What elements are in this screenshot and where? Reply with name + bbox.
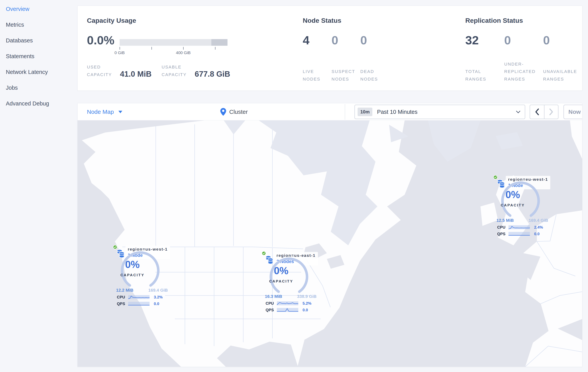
region-label: region=us-east-1	[276, 253, 315, 258]
sidebar-item[interactable]: Jobs	[0, 80, 77, 96]
sidebar-nav: Overview Metrics Databases Statements Ne…	[0, 1, 77, 111]
stat-value: 41.0 MiB	[120, 70, 151, 78]
time-prev-button[interactable]	[530, 105, 544, 119]
capacity-stats: USED CAPACITY 41.0 MiB USABLE CAPACITY 6…	[87, 64, 230, 78]
node-used-capacity: 16.3 MiB	[265, 294, 282, 299]
sidebar-item-label: Statements	[6, 53, 34, 60]
main-content: Capacity Usage 0.0% 0 GiB 400 GiB	[77, 0, 582, 372]
region-node-marker[interactable]: region=us-west-1 1 Node 0% CAPACITY 12.2…	[113, 244, 173, 309]
node-map-panel: Node Map Cluster 10m Past 10 Minutes	[77, 103, 582, 367]
node-capacity-word: CAPACITY	[489, 203, 536, 207]
node-status-section: Node Status 4 LIVE NODES 0 SUSPECT NODES…	[303, 17, 458, 90]
sidebar-item-label: Overview	[6, 6, 29, 12]
qps-label: QPS	[117, 302, 128, 306]
now-button[interactable]: Now	[564, 105, 582, 119]
chevron-right-icon	[549, 108, 553, 115]
time-range-label: Past 10 Minutes	[377, 109, 418, 115]
node-usable-capacity: 169.4 GiB	[148, 288, 168, 293]
time-nav-buttons	[530, 105, 558, 119]
cpu-value: 3.2%	[154, 295, 163, 299]
sidebar-item[interactable]: Overview	[0, 1, 77, 17]
capacity-bar-reserved	[211, 39, 228, 46]
node-capacity-values: 12.5 MiB 169.4 GiB	[496, 218, 548, 223]
node-cpu-row: CPU 5.2%	[266, 301, 320, 306]
sidebar-item-label: Databases	[6, 37, 33, 44]
stat-label: UNAVAILABLE RANGES	[543, 68, 579, 83]
node-capacity-word: CAPACITY	[258, 279, 304, 284]
node-capacity-word: CAPACITY	[109, 273, 156, 277]
qps-label: QPS	[497, 232, 508, 236]
capacity-arc-gauge	[270, 257, 308, 296]
capacity-bar-tick	[183, 47, 184, 50]
summary-stat: 0 DEAD NODES	[360, 34, 389, 83]
region-node-marker[interactable]: region=eu-west-1 1 Node 0% CAPACITY 12.5…	[493, 175, 554, 239]
stat-value: 0	[543, 34, 582, 46]
stat-label: TOTAL RANGES	[465, 68, 501, 83]
stat-value: 0	[360, 34, 389, 46]
breadcrumb[interactable]: Cluster	[220, 103, 248, 120]
stat-label: USABLE CAPACITY	[162, 64, 192, 78]
cpu-value: 5.2%	[303, 301, 312, 306]
cpu-sparkline	[128, 295, 149, 299]
region-label: region=us-west-1	[128, 247, 168, 252]
caret-down-icon	[118, 111, 122, 113]
summary-stat: 32 TOTAL RANGES	[465, 34, 504, 83]
sidebar-item[interactable]: Databases	[0, 33, 77, 48]
node-status-stats: 4 LIVE NODES 0 SUSPECT NODES 0 DEAD NODE…	[303, 34, 389, 83]
cpu-label: CPU	[497, 225, 508, 230]
view-selector-dropdown[interactable]: Node Map	[87, 103, 122, 120]
view-selector-label: Node Map	[87, 108, 114, 115]
node-usable-capacity: 169.4 GiB	[529, 218, 548, 223]
region-node-marker[interactable]: region=us-east-1 2 Nodes 0% CAPACITY 16.…	[262, 251, 322, 315]
capacity-bar-tick-label: 0 GiB	[115, 50, 125, 55]
capacity-arc-gauge	[501, 181, 540, 220]
node-cpu-row: CPU 3.2%	[117, 295, 171, 299]
check-circle-icon	[493, 175, 498, 179]
summary-stat: 0 UNDER-REPLICATED RANGES	[504, 34, 543, 83]
region-label: region=eu-west-1	[508, 177, 548, 182]
sidebar-item-label: Network Latency	[6, 69, 48, 75]
qps-label: QPS	[266, 308, 277, 312]
capacity-bar-tick	[151, 47, 152, 50]
sidebar-item[interactable]: Advanced Debug	[0, 96, 77, 111]
sidebar: Overview Metrics Databases Statements Ne…	[0, 0, 77, 372]
stat-label: DEAD NODES	[360, 68, 385, 83]
capacity-usage-section: Capacity Usage 0.0% 0 GiB 400 GiB	[87, 17, 297, 90]
replication-status-section: Replication Status 32 TOTAL RANGES 0 UND…	[465, 17, 582, 90]
chevron-down-icon	[516, 110, 521, 113]
sidebar-item[interactable]: Metrics	[0, 17, 77, 33]
capacity-bar-tick-label: 400 GiB	[176, 50, 190, 55]
capacity-usage-title: Capacity Usage	[87, 17, 297, 24]
stat-value: 0	[504, 34, 543, 46]
time-range-dropdown[interactable]: 10m Past 10 Minutes	[355, 105, 525, 119]
node-qps-row: QPS 0.0	[266, 308, 320, 312]
check-circle-icon	[262, 251, 266, 255]
node-used-capacity: 12.2 MiB	[116, 288, 133, 293]
capacity-bar-tick	[215, 47, 215, 50]
node-capacity-percent: 0%	[113, 259, 152, 270]
capacity-bar: 0 GiB 400 GiB	[120, 39, 228, 57]
stat-label: USED CAPACITY	[87, 64, 118, 78]
qps-value: 0.0	[154, 302, 159, 306]
world-map-canvas	[78, 120, 582, 367]
sidebar-item[interactable]: Statements	[0, 48, 77, 64]
capacity-stat: USABLE CAPACITY 677.8 GiB	[162, 64, 230, 78]
stat-value: 0	[332, 34, 360, 46]
sidebar-item[interactable]: Network Latency	[0, 64, 77, 80]
stat-value: 677.8 GiB	[195, 70, 230, 78]
breadcrumb-label: Cluster	[229, 108, 248, 115]
time-next-button[interactable]	[544, 105, 558, 119]
stat-label: SUSPECT NODES	[332, 68, 357, 83]
world-map: region=us-west-1 1 Node 0% CAPACITY 12.2…	[78, 120, 582, 367]
cpu-sparkline	[277, 301, 298, 305]
cpu-sparkline	[508, 225, 530, 229]
node-capacity-percent: 0%	[493, 189, 532, 200]
location-pin-icon	[220, 108, 226, 116]
stat-value: 4	[303, 34, 332, 46]
node-usable-capacity: 338.9 GiB	[297, 294, 316, 299]
qps-value: 0.0	[534, 232, 540, 236]
map-toolbar: Node Map Cluster 10m Past 10 Minutes	[78, 103, 582, 120]
capacity-gauge: 0.0% 0 GiB 400 GiB	[87, 34, 228, 57]
replication-status-title: Replication Status	[465, 17, 582, 24]
capacity-arc-gauge	[121, 251, 160, 290]
